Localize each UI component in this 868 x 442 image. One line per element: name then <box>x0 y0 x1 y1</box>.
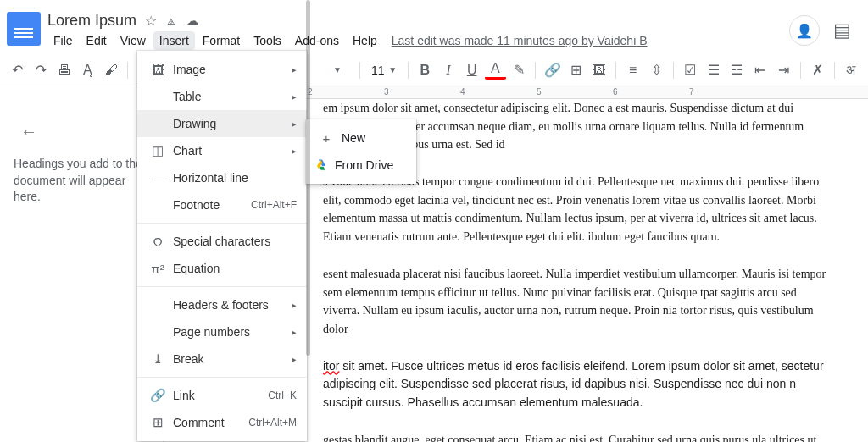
text-color-icon[interactable]: A <box>485 61 506 80</box>
align-icon[interactable]: ≡ <box>622 59 643 81</box>
docs-logo-icon[interactable] <box>7 12 41 46</box>
paragraph: itor sit amet. Fusce ultrices metus id e… <box>323 357 834 412</box>
insert-footnote[interactable]: FootnoteCtrl+Alt+F <box>137 191 307 218</box>
font-size[interactable]: 11▼ <box>366 59 402 81</box>
image-icon[interactable]: 🖼 <box>589 59 610 81</box>
highlight-icon[interactable]: ✎ <box>509 59 530 81</box>
menu-view[interactable]: View <box>114 31 152 50</box>
menu-tools[interactable]: Tools <box>248 31 287 50</box>
undo-icon[interactable]: ↶ <box>7 59 28 81</box>
document-title[interactable]: Lorem Ipsum <box>47 12 136 30</box>
insert-horizontal-line[interactable]: —Horizontal line <box>137 164 307 191</box>
link-icon[interactable]: 🔗 <box>542 59 563 81</box>
menu-format[interactable]: Format <box>197 31 246 50</box>
insert-page-numbers[interactable]: Page numbers▸ <box>137 318 307 345</box>
insert-chart[interactable]: ◫Chart▸ <box>137 137 307 164</box>
clear-format-icon[interactable]: ✗ <box>807 59 828 81</box>
toolbar: ↶ ↷ 🖶 Ą 🖌 ▼ 11▼ B I U A ✎ 🔗 ⊞ 🖼 ≡ ⇳ ☑ ☰ … <box>0 54 868 86</box>
increase-indent-icon[interactable]: ⇥ <box>773 59 794 81</box>
print-icon[interactable]: 🖶 <box>53 59 75 81</box>
zoom-select[interactable]: ▼ <box>328 59 353 81</box>
comments-icon[interactable]: ▤ <box>833 19 851 41</box>
insert-special-characters[interactable]: ΩSpecial characters <box>137 228 307 255</box>
outline-placeholder: Headings you add to the document will ap… <box>14 156 149 206</box>
move-icon[interactable]: ⟁ <box>167 13 175 29</box>
paragraph: gestas blandit augue, eget consequat arc… <box>323 431 834 442</box>
cloud-status-icon: ☁ <box>186 13 199 29</box>
present-icon[interactable]: 👤 <box>789 15 820 46</box>
drive-icon <box>316 159 330 171</box>
menu-addons[interactable]: Add-ons <box>289 31 345 50</box>
insert-drawing[interactable]: Drawing▸ <box>137 110 307 137</box>
input-tools-icon[interactable]: अ <box>841 59 862 81</box>
drawing-new[interactable]: +New <box>306 124 416 152</box>
insert-headers-footers[interactable]: Headers & footers▸ <box>137 291 307 318</box>
menu-help[interactable]: Help <box>347 31 383 50</box>
star-icon[interactable]: ☆ <box>145 13 157 29</box>
insert-break[interactable]: ⤓Break▸ <box>137 345 307 373</box>
menu-insert[interactable]: Insert <box>153 31 195 50</box>
menu-edit[interactable]: Edit <box>81 31 113 50</box>
insert-comment[interactable]: ⊞CommentCtrl+Alt+M <box>137 409 307 436</box>
insert-table[interactable]: Table▸ <box>137 83 307 110</box>
paragraph: esent malesuada placerat nisi faucibus l… <box>323 265 834 339</box>
menu-scrollbar[interactable] <box>306 0 310 356</box>
checklist-icon[interactable]: ☑ <box>680 59 701 81</box>
add-comment-icon[interactable]: ⊞ <box>565 59 587 81</box>
decrease-indent-icon[interactable]: ⇤ <box>750 59 771 81</box>
numbered-list-icon[interactable]: ☲ <box>726 59 748 81</box>
insert-menu-dropdown: 🖼Image▸ Table▸ Drawing▸ ◫Chart▸ —Horizon… <box>137 51 307 441</box>
spellcheck-icon[interactable]: Ą <box>77 59 98 81</box>
menu-file[interactable]: File <box>47 31 79 50</box>
drawing-submenu: +New From Drive <box>306 119 416 184</box>
last-edit-link[interactable]: Last edit was made 11 minutes ago by Vai… <box>392 34 648 47</box>
line-spacing-icon[interactable]: ⇳ <box>646 59 667 81</box>
outline-back-icon[interactable]: ← <box>20 122 37 141</box>
underline-button[interactable]: U <box>461 59 482 81</box>
bold-button[interactable]: B <box>415 59 436 81</box>
insert-link[interactable]: 🔗LinkCtrl+K <box>137 382 307 409</box>
italic-button[interactable]: I <box>438 59 459 81</box>
paragraph: s vitae nunc eu risus tempor congue cond… <box>323 173 834 246</box>
redo-icon[interactable]: ↷ <box>31 59 52 81</box>
paint-format-icon[interactable]: 🖌 <box>101 59 122 81</box>
insert-equation[interactable]: π²Equation <box>137 255 307 282</box>
bulleted-list-icon[interactable]: ☰ <box>703 59 724 81</box>
insert-image[interactable]: 🖼Image▸ <box>137 56 307 83</box>
drawing-from-drive[interactable]: From Drive <box>306 152 416 179</box>
plus-icon: + <box>316 131 337 146</box>
